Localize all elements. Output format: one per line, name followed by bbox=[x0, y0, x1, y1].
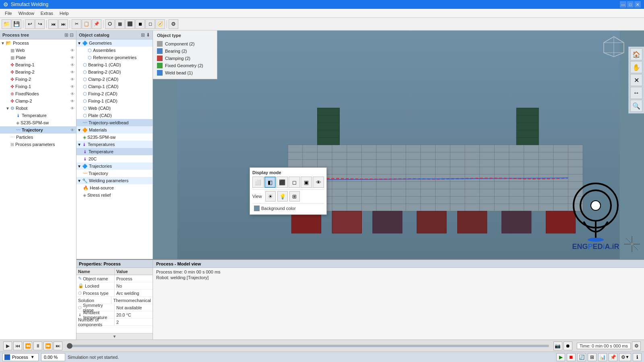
catalog-heatsource[interactable]: 🔥 Heat-source bbox=[76, 184, 153, 191]
record-btn[interactable]: ⏺ bbox=[564, 341, 572, 350]
catalog-icon-1[interactable]: ⊞ bbox=[141, 32, 145, 38]
catalog-clamp2cad[interactable]: ⬡ Clamp-2 (CAD) bbox=[76, 76, 153, 83]
tree-item-clamp2[interactable]: ✤ Clamp-2 👁 bbox=[0, 97, 76, 105]
tree-item-process[interactable]: ▼ 📂 Process bbox=[0, 39, 76, 47]
play-end[interactable]: ⏭ bbox=[54, 341, 62, 350]
tree-item-bearing2[interactable]: ✤ Bearing-2 👁 bbox=[0, 68, 76, 76]
tree-item-fixing2[interactable]: ✤ Fixing-2 👁 bbox=[0, 76, 76, 83]
view-sun[interactable]: ☀ bbox=[265, 191, 276, 202]
obj-weldbead[interactable]: Weld bead (1) bbox=[157, 69, 213, 76]
catalog-temperature[interactable]: 🌡 Temperature bbox=[76, 148, 153, 155]
exp-geo[interactable]: ▼ bbox=[77, 41, 82, 45]
menu-help[interactable]: Help bbox=[56, 10, 72, 16]
disp-wireframe[interactable]: ⬜ bbox=[252, 177, 264, 188]
status-chart[interactable]: 📊 bbox=[598, 353, 607, 361]
obj-component[interactable]: Component (2) bbox=[157, 40, 213, 47]
exp-temps[interactable]: ▼ bbox=[77, 142, 82, 147]
snapshot-btn[interactable]: 📷 bbox=[553, 341, 562, 350]
tree-item-trajectory[interactable]: 〰 Trajectory 👁 bbox=[0, 126, 76, 134]
view-cube[interactable] bbox=[602, 35, 626, 60]
play-forward[interactable]: ⏩ bbox=[43, 341, 52, 350]
tree-item-s235[interactable]: ◈ S235-SPM-sw bbox=[0, 119, 76, 126]
catalog-trajweld[interactable]: 〰 Trajectory-weldbead bbox=[76, 119, 153, 126]
close-button[interactable]: ✕ bbox=[634, 1, 641, 8]
tree-item-plate[interactable]: ▦ Plate 👁 bbox=[0, 54, 76, 61]
toolbar-view-top[interactable]: ⬛ bbox=[125, 19, 135, 29]
exp-weld[interactable]: ▼ bbox=[77, 179, 82, 183]
catalog-weldparams[interactable]: ▼ 🔧 Welding parameters bbox=[76, 177, 153, 184]
catalog-bearing2cad[interactable]: ⬡ Bearing-2 (CAD) bbox=[76, 68, 153, 76]
status-info[interactable]: ℹ bbox=[633, 353, 642, 361]
disp-surface[interactable]: ⬛ bbox=[277, 177, 288, 188]
status-gear[interactable]: ⚙ bbox=[621, 354, 625, 360]
catalog-20c[interactable]: 🌡 20C bbox=[76, 155, 153, 162]
disp-hiddenline[interactable]: ▣ bbox=[301, 177, 312, 188]
status-stop[interactable]: ⏹ bbox=[567, 353, 576, 361]
toolbar-undo[interactable]: ↩ bbox=[25, 19, 35, 29]
tree-item-temperature[interactable]: 🌡 Temperature bbox=[0, 112, 76, 119]
obj-fixedgeo[interactable]: Fixed Geometry (2) bbox=[157, 62, 213, 69]
play-pause[interactable]: ⏸ bbox=[33, 341, 42, 350]
exp-mat[interactable]: ▼ bbox=[77, 128, 82, 132]
catalog-materials[interactable]: ▼ 🔶 Materials bbox=[76, 126, 153, 134]
menu-file[interactable]: File bbox=[2, 10, 15, 16]
props-scroll-down[interactable]: ▼ bbox=[76, 333, 153, 339]
obj-clamping[interactable]: Clamping (2) bbox=[157, 55, 213, 62]
toolbar-save[interactable]: 💾 bbox=[12, 19, 21, 29]
status-pin[interactable]: 📌 bbox=[609, 353, 617, 361]
catalog-s235sw[interactable]: ◈ S235-SPM-sw bbox=[76, 134, 153, 141]
status-table[interactable]: ⊞ bbox=[588, 353, 597, 361]
catalog-fixing2cad[interactable]: ⬡ Fixing-2 (CAD) bbox=[76, 90, 153, 97]
toolbar-cut[interactable]: ✂ bbox=[72, 19, 81, 29]
menu-extras[interactable]: Extras bbox=[37, 10, 56, 16]
toolbar-view-front[interactable]: ▦ bbox=[115, 19, 125, 29]
bgcolor-btn[interactable]: Background color bbox=[252, 205, 324, 212]
process-selector[interactable]: Process ▼ bbox=[2, 353, 39, 361]
toolbar-settings[interactable]: ⚙ bbox=[169, 19, 178, 29]
nav-arrows[interactable]: ↔ bbox=[630, 87, 642, 99]
toolbar-open[interactable]: 📁 bbox=[2, 19, 11, 29]
tree-item-web[interactable]: ▦ Web 👁 bbox=[0, 47, 76, 54]
status-play[interactable]: ▶ bbox=[556, 353, 565, 361]
nav-zoom[interactable]: 🔍 bbox=[630, 100, 642, 112]
catalog-trajectories[interactable]: ▼ 🔷 Trajectories bbox=[76, 162, 153, 170]
tree-item-fixing1[interactable]: ✤ Fixing-1 👁 bbox=[0, 83, 76, 90]
toolbar-view-compass[interactable]: 🧭 bbox=[155, 19, 165, 29]
toolbar-redo[interactable]: ↪ bbox=[35, 19, 45, 29]
nav-hand[interactable]: ✋ bbox=[630, 61, 642, 73]
view-light[interactable]: 💡 bbox=[277, 191, 288, 202]
catalog-assemblies[interactable]: ⬡ Assemblies bbox=[76, 47, 153, 54]
maximize-button[interactable]: □ bbox=[627, 1, 634, 8]
panel-icon-1[interactable]: ⊞ bbox=[64, 32, 68, 38]
toolbar-view-iso[interactable]: ⬡ bbox=[105, 19, 115, 29]
disp-surf-edges[interactable]: ◧ bbox=[264, 177, 276, 188]
catalog-icon-2[interactable]: ⬇ bbox=[146, 32, 150, 38]
slider-thumb[interactable] bbox=[67, 343, 72, 349]
status-refresh[interactable]: 🔄 bbox=[577, 353, 586, 361]
disp-eye[interactable]: 👁 bbox=[313, 177, 324, 188]
menu-window[interactable]: Window bbox=[15, 10, 37, 16]
exp-robot[interactable]: ▼ bbox=[6, 106, 10, 111]
status-gearmore[interactable]: ▼ bbox=[625, 355, 630, 359]
catalog-platecad[interactable]: ⬡ Plate (CAD) bbox=[76, 112, 153, 119]
playback-settings[interactable]: ⚙ bbox=[632, 341, 641, 350]
catalog-geometries[interactable]: ▼ 🔷 Geometries bbox=[76, 39, 153, 47]
tree-item-fixednodes[interactable]: ⊕ FixedNodes 👁 bbox=[0, 90, 76, 97]
view-grid[interactable]: ⊞ bbox=[289, 191, 300, 202]
catalog-clamp1cad[interactable]: ⬡ Clamp-1 (CAD) bbox=[76, 83, 153, 90]
catalog-webcad[interactable]: ⬡ Web (CAD) bbox=[76, 105, 153, 112]
tree-item-robot[interactable]: ▼ ⚙ Robot 👁 bbox=[0, 105, 76, 112]
toolbar-btn4[interactable]: ⏭ bbox=[58, 19, 68, 29]
play-prev-frame[interactable]: ⏮ bbox=[13, 341, 22, 350]
expand-process[interactable]: ▼ bbox=[1, 41, 6, 45]
catalog-refgeo[interactable]: ⬡ Reference geometries bbox=[76, 54, 153, 61]
nav-home[interactable]: 🏠 bbox=[630, 48, 642, 60]
obj-bearing[interactable]: Bearing (2) bbox=[157, 47, 213, 55]
toolbar-copy[interactable]: 📋 bbox=[82, 19, 91, 29]
toolbar-view-left[interactable]: ◻ bbox=[145, 19, 155, 29]
catalog-trajectory[interactable]: 〰 Trajectory bbox=[76, 170, 153, 177]
play-backward[interactable]: ⏪ bbox=[23, 341, 32, 350]
tree-item-bearing1[interactable]: ✤ Bearing-1 👁 bbox=[0, 61, 76, 68]
tree-item-processparams[interactable]: ⊞ Process parameters bbox=[0, 141, 76, 148]
nav-cross[interactable]: ✕ bbox=[630, 74, 642, 86]
